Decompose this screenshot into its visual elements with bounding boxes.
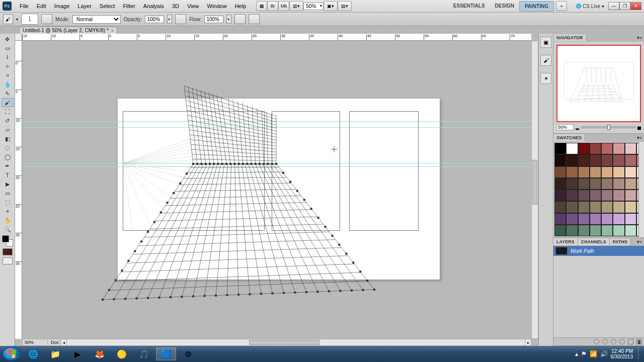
swatch[interactable] (566, 143, 578, 154)
swatches-tab[interactable]: SWATCHES (553, 134, 585, 141)
color-swatches[interactable] (2, 235, 13, 246)
current-tool-icon[interactable]: 🖌 (3, 14, 13, 24)
swatch[interactable] (613, 225, 624, 236)
menu-help[interactable]: Help (231, 1, 251, 11)
swatch[interactable] (590, 154, 601, 166)
zoom-out-icon[interactable]: ▂ (576, 125, 579, 130)
arrange-docs-icon[interactable]: ▥▾ (289, 1, 303, 11)
horizontal-ruler[interactable]: 151050510152025303540455055606570 (22, 34, 531, 41)
move-tool[interactable]: ✥ (2, 35, 14, 44)
swatch[interactable] (613, 178, 624, 190)
swatch[interactable] (566, 190, 578, 201)
blend-mode-select[interactable]: Normal (72, 15, 121, 24)
flow-flyout[interactable]: ▸ (226, 15, 231, 24)
cs-live-button[interactable]: CS Live▾ (574, 4, 606, 9)
swatch[interactable] (601, 178, 613, 190)
extras-icon[interactable]: ▤▾ (338, 1, 352, 11)
minibridge-icon[interactable]: Mb (278, 1, 289, 11)
swatch[interactable] (625, 143, 636, 154)
screen-mode-icon[interactable]: ▦ (256, 1, 267, 11)
swatch[interactable] (590, 143, 601, 154)
status-zoom[interactable]: 50% (23, 340, 48, 345)
dodge-tool[interactable]: ◯ (2, 152, 14, 161)
swatch[interactable] (625, 166, 636, 178)
horizontal-scrollbar[interactable]: ◂▸ (60, 339, 531, 346)
type-tool[interactable]: T (2, 170, 14, 179)
swatch[interactable] (566, 154, 578, 166)
taskbar-firefox-icon[interactable]: 🦊 (90, 347, 110, 360)
swatch[interactable] (566, 166, 578, 178)
swatch[interactable] (601, 154, 613, 166)
brush-tool[interactable]: 🖌 (2, 98, 14, 107)
tray-network-icon[interactable]: 📶 (590, 350, 597, 357)
swatch[interactable] (566, 178, 578, 190)
opacity-input[interactable] (145, 16, 164, 23)
tray-clock[interactable]: 12:40 PM6/30/2013 (611, 348, 635, 359)
zoom-tool[interactable]: 🔍 (2, 225, 14, 234)
menu-select[interactable]: Select (96, 1, 119, 11)
vertical-ruler[interactable]: 05101520253035 (15, 41, 22, 339)
swatch[interactable] (613, 143, 624, 154)
eraser-tool[interactable]: ▱ (2, 125, 14, 134)
pen-tool[interactable]: ✒ (2, 161, 14, 170)
screenmode2-icon[interactable]: ▣▾ (324, 1, 338, 11)
opacity-flyout[interactable]: ▸ (167, 15, 172, 24)
path-row[interactable]: Work Path (553, 246, 644, 256)
menu-layer[interactable]: Layer (73, 1, 96, 11)
flow-input[interactable] (204, 16, 223, 23)
menu-filter[interactable]: Filter (119, 1, 139, 11)
taskbar-ie-icon[interactable]: 🌐 (23, 347, 43, 360)
swatch[interactable] (566, 213, 578, 225)
document-tab[interactable]: Untitled-1 @ 50% (Layer 2, CMYK/8) * × (19, 27, 117, 34)
foreground-color[interactable] (3, 248, 13, 255)
crop-tool[interactable]: ⌗ (2, 71, 14, 80)
swatch[interactable] (590, 166, 601, 178)
swatch[interactable] (625, 178, 636, 190)
quickmask-icon[interactable] (3, 257, 13, 264)
swatch[interactable] (554, 190, 566, 201)
swatches-scrollbar[interactable] (638, 142, 644, 237)
swatch[interactable] (601, 201, 613, 213)
swatch[interactable] (613, 190, 624, 201)
tab-layers[interactable]: LAYERS (553, 238, 578, 245)
path-select-tool[interactable]: ▶ (2, 179, 14, 189)
swatches-grid[interactable] (554, 143, 638, 236)
swatch[interactable] (590, 190, 601, 201)
swatch[interactable] (578, 225, 590, 236)
swatch[interactable] (590, 178, 601, 190)
navigator-tab[interactable]: NAVIGATOR (553, 34, 587, 41)
panel-menu-icon[interactable]: ▾≡ (635, 35, 644, 40)
path-to-selection-icon[interactable] (611, 339, 616, 344)
swatch[interactable] (625, 201, 636, 213)
lasso-tool[interactable]: ⌇ (2, 53, 14, 62)
workspace-design[interactable]: DESIGN (490, 1, 519, 12)
bridge-icon[interactable]: Br (267, 1, 278, 11)
tool-presets-icon[interactable]: ✶ (540, 73, 551, 84)
swatch[interactable] (578, 201, 590, 213)
fill-path-icon[interactable] (594, 339, 599, 344)
swatch[interactable] (554, 225, 566, 236)
swatch[interactable] (601, 166, 613, 178)
delete-path-icon[interactable]: 🗑 (636, 339, 642, 344)
tray-flag-icon[interactable]: ⚑ (581, 350, 587, 357)
swatch[interactable] (613, 154, 624, 166)
3d-tool[interactable]: ⬚ (2, 198, 14, 207)
show-desktop-button[interactable] (638, 347, 642, 361)
swatch[interactable] (554, 178, 566, 190)
menu-edit[interactable]: Edit (33, 1, 50, 11)
swatch[interactable] (590, 225, 601, 236)
panel-menu-icon[interactable]: ▾≡ (635, 239, 644, 244)
healing-tool[interactable]: ✎ (2, 89, 14, 98)
swatch[interactable] (625, 213, 636, 225)
tab-paths[interactable]: PATHS (610, 238, 631, 245)
swatch[interactable] (613, 213, 624, 225)
swatch[interactable] (601, 143, 613, 154)
shape-tool[interactable]: ▭ (2, 189, 14, 198)
swatch[interactable] (554, 166, 566, 178)
stamp-tool[interactable]: ⛶ (2, 107, 14, 116)
swatch[interactable] (554, 213, 566, 225)
menu-image[interactable]: Image (50, 1, 74, 11)
swatch[interactable] (554, 201, 566, 213)
eyedropper-tool[interactable]: 💧 (2, 80, 14, 89)
menu-file[interactable]: File (16, 1, 33, 11)
